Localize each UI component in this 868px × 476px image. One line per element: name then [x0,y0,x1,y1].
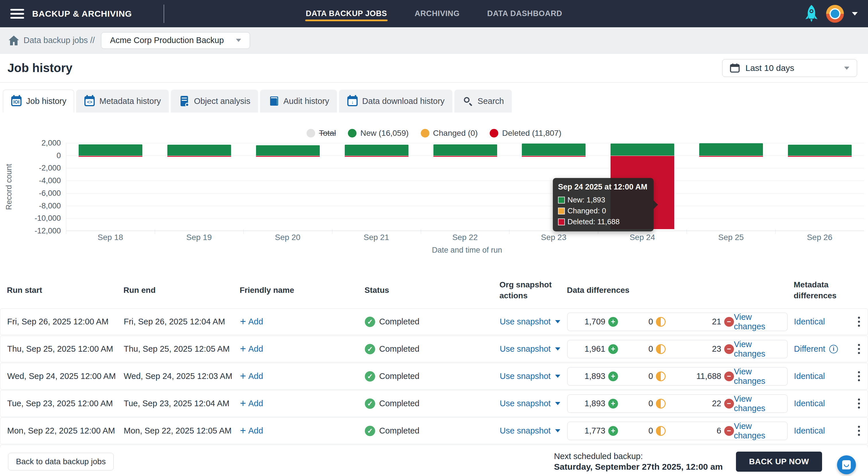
tab-metadata-history[interactable]: <>Metadata history [76,90,168,113]
kebab-menu-icon[interactable] [850,315,868,328]
nav-item-archiving[interactable]: ARCHIVING [414,0,460,27]
kebab-menu-icon[interactable] [850,369,868,383]
job-selector-dropdown[interactable]: Acme Corp Production Backup [101,32,250,49]
legend-item-deleted[interactable]: Deleted (11,807) [490,129,561,138]
legend-dot-icon [348,129,356,138]
changed-count: 0 [628,399,665,409]
date-range-dropdown[interactable]: Last 10 days [722,59,857,77]
run-end-cell: Thu, Sep 25, 2025 12:05 AM [124,344,240,354]
run-end-cell: Wed, Sep 24, 2025 12:03 AM [124,371,240,381]
bar-group-sep-25[interactable] [687,143,775,231]
run-start-cell: Thu, Sep 25, 2025 12:00 AM [7,344,124,354]
view-changes-link[interactable]: View changes [734,367,779,386]
changed-value: 0 [648,371,653,381]
add-friendly-name-link[interactable]: +Add [240,344,263,354]
page-header: Job history Last 10 days [0,54,868,82]
breadcrumb[interactable]: Data backup jobs // [24,36,95,45]
tab-search[interactable]: Search [454,90,512,113]
view-changes-link[interactable]: View changes [734,394,779,413]
kebab-menu-icon[interactable] [850,397,868,410]
add-friendly-name-link[interactable]: +Add [240,316,263,327]
doc-search-icon [179,95,190,107]
kebab-menu-icon[interactable] [850,424,868,438]
tab-job-history[interactable]: ΙΟΙJob history [3,90,74,113]
tab-object-analysis[interactable]: Object analysis [171,90,258,113]
y-tick-label: 2,000 [41,139,61,148]
tab-label: Job history [26,96,66,106]
next-backup-info: Next scheduled backup: Saturday, Septemb… [554,451,723,472]
rocket-icon[interactable] [805,5,818,23]
chevron-down-icon[interactable] [555,375,560,380]
bar-group-sep-22[interactable] [421,143,509,231]
chart-legend: TotalNew (16,059)Changed (0)Deleted (11,… [0,127,868,139]
account-avatar-gear-icon[interactable] [826,5,844,23]
legend-item-total[interactable]: Total [307,129,336,138]
job-selector-value: Acme Corp Production Backup [110,36,224,45]
changed-count: 0 [628,317,665,327]
chevron-down-icon[interactable] [555,429,560,435]
nav-item-data-backup-jobs[interactable]: DATA BACKUP JOBS [306,0,387,27]
tab-data-download-history[interactable]: ↓Data download history [339,90,453,113]
back-up-now-button[interactable]: BACK UP NOW [736,452,822,472]
home-icon[interactable] [9,36,19,46]
metadata-differences-link[interactable]: Identical [794,317,825,326]
chevron-down-icon[interactable] [555,402,560,408]
view-changes-link[interactable]: View changes [734,339,779,359]
metadata-differences-cell: Identical [794,317,850,326]
bar-group-sep-26[interactable] [775,143,864,231]
legend-item-new[interactable]: New (16,059) [348,129,408,138]
nav-item-data-dashboard[interactable]: DATA DASHBOARD [487,0,562,27]
row-actions-cell [850,369,868,383]
deleted-count: 23− [676,344,734,354]
deleted-bar [256,156,320,157]
tooltip-title: Sep 24 2025 at 12:00 AM [558,183,647,191]
use-snapshot-link[interactable]: Use snapshot [500,344,551,354]
use-snapshot-link[interactable]: Use snapshot [500,426,551,436]
column-header-friendly-name: Friendly name [240,285,365,296]
use-snapshot-link[interactable]: Use snapshot [500,371,551,381]
org-snapshot-cell: Use snapshot [500,426,567,436]
table-row: Wed, Sep 24, 2025 12:00 AMWed, Sep 24, 2… [0,363,868,390]
use-snapshot-link[interactable]: Use snapshot [500,317,551,326]
deleted-icon: − [724,317,734,327]
account-menu-caret-icon[interactable] [852,12,858,19]
metadata-differences-link[interactable]: Identical [794,399,825,408]
add-friendly-name-link[interactable]: +Add [240,371,263,381]
chat-widget-icon[interactable] [837,455,856,474]
check-circle-icon: ✓ [365,371,375,382]
view-changes-link[interactable]: View changes [734,313,779,331]
x-tick-label: Sep 21 [332,233,421,242]
metadata-differences-link[interactable]: Identical [794,426,825,436]
add-friendly-name-link[interactable]: +Add [240,398,263,409]
back-to-jobs-button[interactable]: Back to data backup jobs [8,453,114,471]
metadata-differences-link[interactable]: Different [794,344,825,354]
use-snapshot-link[interactable]: Use snapshot [500,399,551,408]
run-start-cell: Fri, Sep 26, 2025 12:00 AM [7,317,124,326]
bar-group-sep-19[interactable] [155,143,244,231]
chevron-down-icon [844,67,849,72]
metadata-differences-link[interactable]: Identical [794,371,825,381]
plus-icon: + [240,316,246,327]
info-icon[interactable]: i [829,345,838,353]
add-friendly-name-link[interactable]: +Add [240,425,263,436]
kebab-menu-icon[interactable] [850,342,868,356]
calendar-icon [730,63,740,73]
view-changes-link[interactable]: View changes [734,421,779,440]
date-range-value: Last 10 days [745,63,794,73]
tab-audit-history[interactable]: Audit history [260,90,337,113]
chevron-down-icon[interactable] [555,347,560,353]
x-tick-label: Sep 19 [155,233,243,242]
tooltip-row: New: 1,893 [558,196,647,204]
changed-count: 0 [628,371,665,381]
deleted-bar [522,156,586,157]
bar-group-sep-20[interactable] [244,143,332,231]
added-count: 1,961+ [576,344,618,354]
bar-group-sep-21[interactable] [332,143,421,231]
chart-plot-area[interactable]: Sep 24 2025 at 12:00 AM New: 1,893Change… [66,143,864,231]
legend-item-changed[interactable]: Changed (0) [421,129,478,138]
calendar-download-icon: ↓ [347,95,358,107]
new-bar [433,144,497,156]
chevron-down-icon[interactable] [555,320,560,326]
hamburger-menu-icon[interactable] [10,9,24,19]
bar-group-sep-18[interactable] [66,143,155,231]
